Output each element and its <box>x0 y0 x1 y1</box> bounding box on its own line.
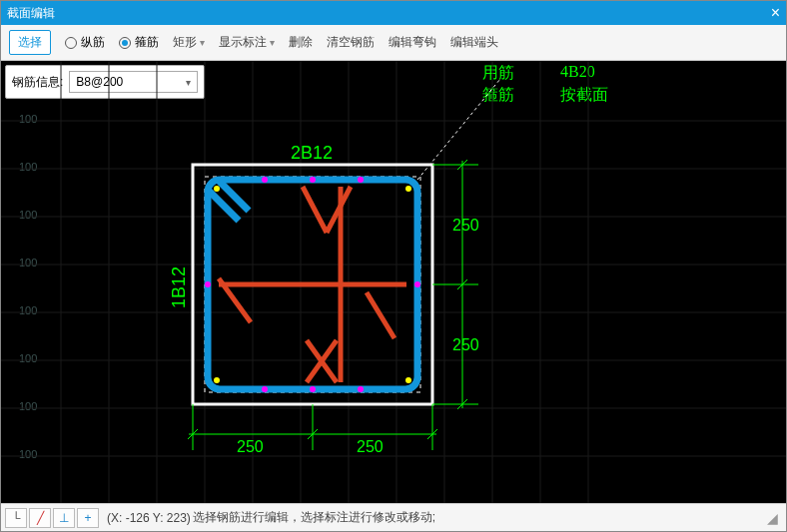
editend-button[interactable]: 编辑端头 <box>450 34 498 51</box>
svg-point-40 <box>414 281 420 287</box>
svg-point-36 <box>405 377 411 383</box>
svg-point-38 <box>310 386 316 392</box>
svg-line-27 <box>303 187 327 233</box>
titlebar: 截面编辑 × <box>1 1 786 25</box>
status-hint: 选择钢筋进行编辑，选择标注进行修改或移动; <box>193 509 435 526</box>
dim-right-bot: 250 <box>452 336 479 353</box>
svg-point-42 <box>358 177 364 183</box>
resize-grip-icon[interactable]: ◢ <box>767 510 782 526</box>
statusbar: └ ╱ ⊥ + (X: -126 Y: 223) 选择钢筋进行编辑，选择标注进行… <box>1 503 786 531</box>
status-icon-1[interactable]: └ <box>5 508 27 528</box>
radio-icon <box>119 37 131 49</box>
showmark-dropdown[interactable]: 显示标注 <box>219 34 275 51</box>
dim-bot-left: 250 <box>237 438 264 455</box>
status-icon-3[interactable]: ⊥ <box>53 508 75 528</box>
svg-point-33 <box>214 186 220 192</box>
svg-point-43 <box>262 386 268 392</box>
rect-dropdown[interactable]: 矩形 <box>173 34 205 51</box>
select-button[interactable]: 选择 <box>9 30 51 55</box>
delete-button[interactable]: 删除 <box>289 34 313 51</box>
svg-point-37 <box>310 177 316 183</box>
dim-bot-right: 250 <box>357 438 384 455</box>
label-top-2b12: 2B12 <box>291 143 333 163</box>
radio-stirrup[interactable]: 箍筋 <box>119 34 159 51</box>
close-icon[interactable]: × <box>771 4 780 22</box>
svg-point-44 <box>358 386 364 392</box>
editbend-button[interactable]: 编辑弯钩 <box>389 34 436 51</box>
svg-line-29 <box>367 292 394 338</box>
section-drawing: 250 250 250 250 2B12 1B12 <box>1 61 786 503</box>
status-icon-4[interactable]: + <box>77 508 99 528</box>
svg-point-39 <box>205 281 211 287</box>
svg-point-34 <box>405 186 411 192</box>
svg-point-35 <box>214 377 220 383</box>
radio-stirrup-label: 箍筋 <box>135 34 159 51</box>
radio-icon <box>65 37 77 49</box>
label-left-1b12: 1B12 <box>169 266 189 308</box>
status-coords: (X: -126 Y: 223) <box>107 511 191 525</box>
toolbar: 选择 纵筋 箍筋 矩形 显示标注 删除 清空钢筋 编辑弯钩 编辑端头 <box>1 25 786 61</box>
svg-point-41 <box>262 177 268 183</box>
window-title: 截面编辑 <box>7 5 55 22</box>
dim-right-top: 250 <box>452 217 479 234</box>
radio-longitudinal[interactable]: 纵筋 <box>65 34 105 51</box>
status-icon-2[interactable]: ╱ <box>29 508 51 528</box>
canvas[interactable]: 钢筋信息: B8@200 ▾ 100 100 100 100 100 100 1… <box>1 61 786 503</box>
radio-longitudinal-label: 纵筋 <box>81 34 105 51</box>
clear-button[interactable]: 清空钢筋 <box>327 34 375 51</box>
